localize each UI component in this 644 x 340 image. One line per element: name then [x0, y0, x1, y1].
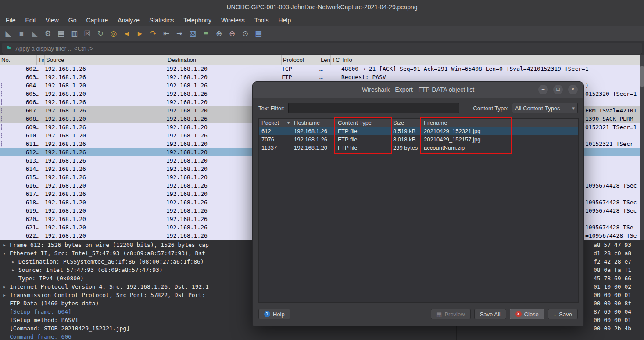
- detail-line[interactable]: Command frame: 606: [0, 333, 456, 340]
- start-capture-icon[interactable]: ◣: [3, 27, 14, 40]
- menu-item[interactable]: Analyze: [113, 14, 144, 26]
- colorize-icon[interactable]: ▧: [187, 27, 198, 40]
- save-file-icon[interactable]: ▥: [68, 27, 80, 40]
- window-titlebar[interactable]: UNODC-GPC-001-003-JohnDoe-NetworkCapture…: [0, 0, 644, 14]
- packet-protocol: FTP: [282, 73, 319, 81]
- expand-caret[interactable]: ▸: [3, 291, 10, 299]
- close-file-icon[interactable]: ☒: [82, 27, 93, 40]
- related-packet-marker: ┆: [0, 90, 4, 98]
- capture-options-icon[interactable]: ⚙: [42, 27, 54, 40]
- expand-caret[interactable]: ▸: [11, 257, 18, 266]
- packet-time: …: [36, 115, 45, 123]
- column-header-time[interactable]: Tim: [37, 55, 45, 65]
- save-all-button[interactable]: Save All: [474, 309, 506, 319]
- auto-scroll-icon[interactable]: ≡: [200, 27, 211, 40]
- related-packet-marker: [0, 190, 4, 198]
- detail-text: [Setup frame: 604]: [10, 308, 72, 315]
- detail-text: Internet Protocol Version 4, Src: 192.16…: [10, 283, 209, 290]
- packet-no: 614: [4, 165, 36, 173]
- maximize-button[interactable]: □: [553, 85, 563, 94]
- reload-icon[interactable]: ↻: [95, 27, 106, 40]
- minimize-button[interactable]: –: [538, 85, 548, 94]
- expand-caret[interactable]: ▾: [3, 249, 10, 257]
- content-type-value: All Content-Types: [515, 105, 570, 112]
- go-back-icon[interactable]: ◄: [121, 27, 132, 40]
- packet-source: 192.168.1.20: [45, 215, 166, 223]
- column-header-source[interactable]: Source: [45, 55, 166, 65]
- packet-info: Request: PASV: [341, 73, 644, 81]
- go-first-icon[interactable]: ⇤: [161, 27, 172, 40]
- scrollbar-thumb[interactable]: [640, 66, 644, 87]
- menu-item[interactable]: Capture: [82, 14, 113, 26]
- packet-source: 192.168.1.26: [45, 65, 166, 73]
- help-button[interactable]: ? Help: [258, 309, 290, 319]
- expand-caret[interactable]: ▸: [3, 241, 10, 249]
- detail-text: [Setup method: PASV]: [10, 317, 79, 323]
- expand-caret[interactable]: ▸: [11, 266, 18, 274]
- dialog-titlebar[interactable]: Wireshark · Export · FTP-DATA object lis…: [253, 82, 583, 98]
- chevron-down-icon: ▾: [572, 105, 575, 111]
- zoom-out-icon[interactable]: ⊖: [226, 27, 238, 40]
- object-col-filename[interactable]: Filename: [421, 119, 578, 127]
- stop-capture-icon[interactable]: ■: [16, 27, 27, 40]
- menu-item[interactable]: Edit: [21, 14, 41, 26]
- object-list-row[interactable]: 7076 192.168.1.26 FTP file 8,018 kB 2021…: [259, 135, 578, 144]
- help-icon: ?: [264, 311, 270, 317]
- related-packet-marker: ┆: [0, 115, 4, 123]
- object-list-row[interactable]: 11837 192.168.1.20 FTP file 239 bytes ac…: [259, 144, 578, 152]
- packet-no: 622: [4, 231, 36, 240]
- text-filter-input[interactable]: [288, 103, 459, 113]
- column-header-info[interactable]: Info: [341, 55, 644, 65]
- dialog-title: Wireshark · Export · FTP-DATA object lis…: [253, 82, 583, 98]
- object-list-rows: 612 192.168.1.26 FTP file 8,519 kB 20210…: [259, 127, 578, 152]
- packet-list-scrollbar[interactable]: [640, 55, 644, 240]
- menu-item[interactable]: Statistics: [144, 14, 179, 26]
- go-forward-icon[interactable]: ►: [134, 27, 146, 40]
- column-header-protocol[interactable]: Protocol: [282, 55, 319, 65]
- object-col-content-type[interactable]: Content Type: [335, 119, 390, 127]
- open-file-icon[interactable]: ▤: [55, 27, 67, 40]
- menu-item[interactable]: View: [41, 14, 64, 26]
- sort-indicator-icon: ▾: [287, 119, 290, 127]
- column-header-tc[interactable]: TC: [331, 55, 341, 65]
- object-col-packet[interactable]: Packet▾: [259, 119, 291, 127]
- resize-columns-icon[interactable]: ▦: [253, 27, 264, 40]
- packet-info-fragment: 1095674428 TSec: [585, 206, 637, 215]
- close-window-button[interactable]: ×: [568, 85, 578, 94]
- find-packet-icon[interactable]: ◎: [108, 27, 119, 40]
- packet-row[interactable]: 603 … 192.168.1.26 192.168.1.20 FTP … Re…: [0, 73, 644, 81]
- object-packet: 7076: [259, 135, 291, 144]
- zoom-in-icon[interactable]: ⊕: [213, 27, 225, 40]
- expand-caret[interactable]: ▸: [3, 282, 10, 291]
- go-to-packet-icon[interactable]: ↷: [147, 27, 159, 40]
- close-button[interactable]: × Close: [510, 309, 544, 319]
- save-button[interactable]: ↓ Save: [548, 309, 578, 319]
- column-header-length[interactable]: Len: [319, 55, 331, 65]
- menu-item[interactable]: Wireless: [216, 14, 250, 26]
- menu-item[interactable]: Go: [64, 14, 82, 26]
- display-filter-input[interactable]: ⚑ Apply a display filter ... <Ctrl-/>: [2, 43, 642, 54]
- object-list-row[interactable]: 612 192.168.1.26 FTP file 8,519 kB 20210…: [259, 127, 578, 135]
- menu-item[interactable]: Telephony: [179, 14, 216, 26]
- object-content-type: FTP file: [335, 127, 390, 135]
- object-col-size[interactable]: Size: [390, 119, 421, 127]
- menu-item[interactable]: Help: [273, 14, 296, 26]
- preview-button[interactable]: ▦ Preview: [431, 309, 471, 319]
- go-last-icon[interactable]: ⇥: [174, 27, 185, 40]
- packet-no: 618: [4, 198, 36, 206]
- packet-row[interactable]: 602 … 192.168.1.26 192.168.1.20 TCP … 48…: [0, 65, 644, 73]
- content-type-dropdown[interactable]: All Content-Types ▾: [512, 103, 578, 113]
- restart-capture-icon[interactable]: ◣: [29, 27, 40, 40]
- menu-item[interactable]: File: [1, 14, 21, 26]
- dialog-filter-row: Text Filter: Content Type: All Content-T…: [258, 102, 578, 114]
- packet-no: 621: [4, 223, 36, 231]
- wireshark-window: UNODC-GPC-001-003-JohnDoe-NetworkCapture…: [0, 0, 644, 340]
- zoom-original-icon[interactable]: ⊙: [240, 27, 251, 40]
- object-col-hostname[interactable]: Hostname: [291, 119, 335, 127]
- bookmark-icon[interactable]: ⚑: [6, 44, 11, 52]
- column-header-no[interactable]: No.: [0, 55, 37, 65]
- column-header-destination[interactable]: Destination: [166, 55, 282, 65]
- packet-source: 192.168.1.20: [45, 198, 166, 206]
- detail-text: Ethernet II, Src: Intel_57:47:93 (c8:09:…: [10, 250, 205, 257]
- menu-item[interactable]: Tools: [250, 14, 274, 26]
